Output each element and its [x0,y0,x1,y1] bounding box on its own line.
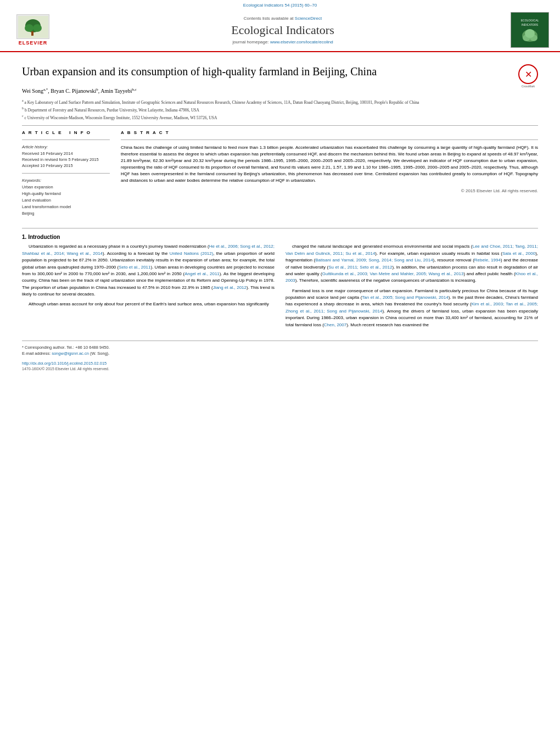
article-body: Urban expansion and its consumption of h… [0,52,560,383]
ref-angel-2011[interactable]: Angel et al., 2011 [184,271,220,276]
intro-body: Urbanization is regarded as a necessary … [22,243,538,332]
crossmark: ✕ CrossMark [518,64,538,84]
abstract-text: China faces the challenge of using limit… [121,144,538,184]
affiliation-b: b b Department of Forestry and Natural R… [22,106,538,113]
svg-point-2 [25,24,33,32]
ecological-indicators-logo: ECOLOGICAL INDICATORS [511,12,549,48]
ref-he-2006[interactable]: He et al., 2006; Song et al., 2012; Shah… [22,244,275,255]
corresponding-note: * Corresponding author. Tel.: +86 10 648… [22,344,538,350]
intro-col-2: changed the natural landscape and genera… [285,243,538,332]
journal-homepage: journal homepage: www.elsevier.com/locat… [66,40,500,44]
svg-point-11 [525,29,535,38]
keyword-1: Urban expansion [22,184,110,191]
author-amin: Amin Tayyebib,c [100,88,137,94]
keywords-label: Keywords: [22,178,110,183]
author-bryan: Bryan C. Pijanowskib, [51,88,100,94]
doi-line[interactable]: http://dx.doi.org/10.1016/j.ecolind.2015… [22,360,538,366]
footnote-area: * Corresponding author. Tel.: +86 10 648… [22,341,538,372]
divider-info [22,140,110,140]
keyword-3: Land evaluation [22,197,110,204]
header-center: Contents lists available at ScienceDirec… [55,16,511,44]
journal-header: ELSEVIER Contents lists available at Sci… [0,8,560,52]
article-title: Urban expansion and its consumption of h… [22,64,513,79]
divider-1 [22,125,538,126]
keyword-4: Land transformation model [22,204,110,210]
right-col: A B S T R A C T China faces the challeng… [121,130,538,217]
article-meta-section: A R T I C L E I N F O Article history: R… [22,130,538,217]
elsevier-text: ELSEVIER [19,40,48,46]
ref-kim-2003[interactable]: Kim et al., 2003; Tan et al., 2005; Zhon… [285,302,538,313]
elsevier-tree-icon [18,16,48,38]
ref-lee-2011[interactable]: Lee and Choe, 2011; Tang, 2011; Van Delm… [285,244,538,255]
svg-point-3 [33,24,42,32]
ref-rebele[interactable]: Rebele, 1994 [474,258,501,263]
left-col: A R T I C L E I N F O Article history: R… [22,130,110,217]
ref-su-2011[interactable]: Su et al., 2011; Seto et al., 2012 [328,265,392,270]
keywords-block: Keywords: Urban expansion High-quality f… [22,178,110,217]
eco-logo-icon: ECOLOGICAL INDICATORS [513,14,546,47]
received-date: Received 16 February 2014 [22,150,110,157]
affiliations: a a Key Laboratory of Land Surface Patte… [22,98,538,120]
ref-chen-2007[interactable]: Chen, 2007 [324,322,346,327]
article-history: Article history: Received 16 February 20… [22,144,110,169]
ref-seto-2011[interactable]: Seto et al., 2011 [119,265,150,270]
article-info-label: A R T I C L E I N F O [22,130,110,135]
elsevier-logo-image [16,14,49,39]
revised-date: Received in revised form 5 February 2015 [22,157,110,163]
ref-guttikunda[interactable]: Guttikunda et al., 2003; Van Metre and M… [322,271,464,276]
footer-copyright: 1470-160X/© 2015 Elsevier Ltd. All right… [22,366,538,372]
keyword-5: Beijing [22,210,110,217]
ref-un-2012[interactable]: United Nations (2012) [170,251,214,256]
elsevier-logo: ELSEVIER [11,14,55,46]
email-note: E-mail address: songw@igsnrr.ac.cn (W. S… [22,350,538,356]
contents-line: Contents lists available at ScienceDirec… [66,16,500,21]
ref-batisani[interactable]: Batisani and Yarnal, 2009; Song, 2014; S… [315,258,433,263]
divider-kw [22,173,110,174]
ref-tan-2005[interactable]: Tan et al., 2005; Song and Pijanowski, 2… [362,295,448,300]
intro-para-4: Farmland loss is one major consequence o… [285,288,538,328]
copyright-line: © 2015 Elsevier Ltd. All rights reserved… [121,188,538,193]
intro-col-1: Urbanization is regarded as a necessary … [22,243,275,332]
svg-text:INDICATORS: INDICATORS [522,23,539,26]
ref-jiang-2012[interactable]: Jiang et al., 2012 [213,285,247,290]
introduction-section: 1. Introduction Urbanization is regarded… [22,228,538,332]
keyword-2: High-quality farmland [22,191,110,197]
svg-text:ECOLOGICAL: ECOLOGICAL [521,19,539,22]
affiliation-c: c c University of Wisconsin-Madison, Wis… [22,114,538,121]
page: Ecological Indicators 54 (2015) 60–70 EL… [0,0,560,742]
ref-sala-2000[interactable]: Sala et al., 2000 [502,251,535,256]
section-heading: 1. Introduction [22,234,538,240]
intro-para-2: Although urban areas account for only ab… [22,301,275,308]
cite-line: Ecological Indicators 54 (2015) 60–70 [243,1,317,9]
accepted-date: Accepted 10 February 2015 [22,163,110,169]
history-label: Article history: [22,144,110,149]
svg-rect-4 [31,31,33,36]
journal-title-header: Ecological Indicators [66,23,500,37]
homepage-url[interactable]: www.elsevier.com/locate/ecolind [270,40,333,44]
affiliation-a: a a Key Laboratory of Land Surface Patte… [22,98,538,105]
divider-abstract [121,140,538,140]
author-wei-song: Wei Songa,*, [22,88,51,94]
intro-para-1: Urbanization is regarded as a necessary … [22,243,275,298]
crossmark-icon: ✕ [518,64,538,84]
intro-para-3: changed the natural landscape and genera… [285,243,538,284]
abstract-label: A B S T R A C T [121,130,538,135]
sciencedirect-link[interactable]: ScienceDirect [295,16,322,21]
and-text: and [467,271,474,276]
authors: Wei Songa,*, Bryan C. Pijanowskib, Amin … [22,87,538,95]
article-title-section: Urban expansion and its consumption of h… [22,64,538,84]
email-link[interactable]: songw@igsnrr.ac.cn [52,351,89,356]
